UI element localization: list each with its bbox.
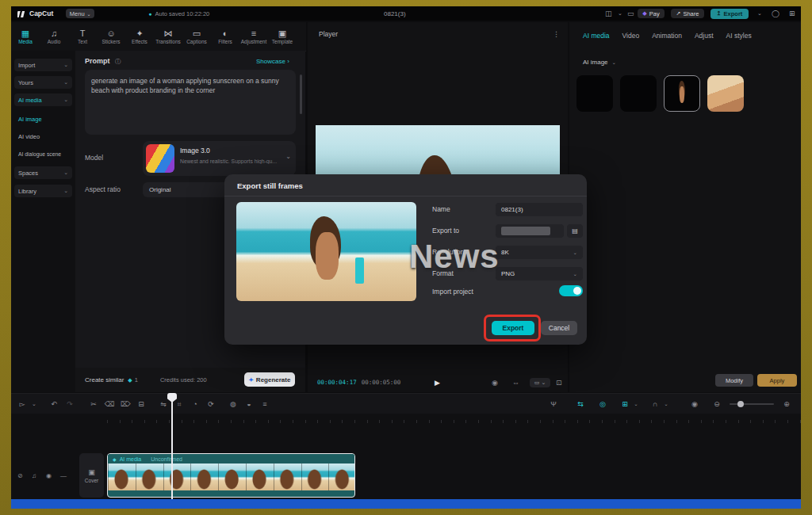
resolution-select[interactable]: 8K⌄ (496, 246, 583, 259)
play-button[interactable]: ▶ (435, 379, 440, 387)
sidebar-item-library[interactable]: Library⌄ (14, 185, 72, 197)
split-tool[interactable]: ✂ (86, 400, 102, 408)
timeline-clip-ai-media[interactable]: ◆ AI media Unconfirmed (107, 453, 355, 498)
generated-thumbnail-3-selected[interactable] (664, 75, 700, 112)
generated-thumbnail-1[interactable] (576, 75, 613, 112)
track-more-icon[interactable]: — (60, 472, 67, 479)
chevron-down-icon: ⌄ (63, 170, 68, 176)
sidebar-item-yours[interactable]: Yours⌄ (14, 76, 72, 89)
chevron-down-icon: ⌄ (63, 188, 68, 194)
pay-button[interactable]: ◆Pay (638, 9, 665, 18)
generated-thumbnail-4[interactable] (707, 75, 744, 112)
chroma-key-tool[interactable]: ◒ (241, 400, 257, 408)
delete-right-tool[interactable]: ⌦ (117, 400, 133, 408)
timeline-zoom-in[interactable]: ⊕ (779, 400, 795, 408)
device-icon[interactable]: ◫ (605, 10, 612, 17)
tab-template[interactable]: ▣Template (268, 29, 297, 44)
mirror-icon[interactable]: ⇔ (512, 379, 519, 387)
rotate-tool[interactable]: ⟳ (203, 400, 219, 408)
select-tool-chevron-icon[interactable]: ⌄ (30, 401, 38, 407)
tab-video[interactable]: Video (622, 32, 640, 40)
timeline-ruler[interactable] (11, 414, 801, 423)
link-toggle[interactable]: ◎ (595, 400, 611, 408)
layout-icon[interactable]: ▭ (627, 10, 634, 17)
sidebar-item-spaces[interactable]: Spaces⌄ (14, 166, 72, 179)
player-more-icon[interactable]: ⋮ (553, 30, 560, 38)
tab-effects[interactable]: ✦Effects (125, 29, 154, 44)
cover-button[interactable]: ▣ Cover (79, 453, 104, 498)
import-project-toggle[interactable] (559, 285, 583, 296)
mirror-tool[interactable]: ⇋ (155, 400, 171, 408)
speed-tool[interactable]: ◔ (187, 400, 203, 408)
preview-axis-toggle[interactable]: ⊞ (617, 400, 633, 408)
undo-button[interactable]: ↶ (46, 400, 62, 408)
magnet-toggle[interactable]: ∩ (647, 400, 663, 408)
tab-text[interactable]: TText (68, 29, 97, 44)
sidebar-item-ai-image[interactable]: AI image (14, 113, 72, 125)
apply-button[interactable]: Apply (757, 374, 797, 387)
modify-button[interactable]: Modify (715, 374, 753, 387)
panel-scrollbar[interactable] (300, 74, 302, 114)
tab-audio[interactable]: ♫Audio (40, 29, 68, 44)
zoom-slider-knob[interactable] (737, 401, 744, 407)
tab-media[interactable]: ▦Media (11, 29, 40, 44)
timeline-zoom-slider[interactable] (730, 403, 774, 405)
device-chevron-icon[interactable]: ⌄ (618, 10, 622, 17)
select-tool[interactable]: ▻ (14, 400, 30, 408)
mask-tool[interactable]: ◍ (225, 400, 241, 408)
avatar-icon[interactable]: ◯ (772, 10, 779, 17)
redo-button[interactable]: ↷ (62, 400, 78, 408)
playhead-line[interactable] (171, 393, 173, 499)
apps-icon[interactable]: ⊞ (789, 10, 795, 17)
dialog-cancel-button[interactable]: Cancel (541, 321, 577, 335)
adjust-tool[interactable]: ≡ (257, 400, 273, 408)
tab-stickers[interactable]: ☺Stickers (97, 29, 125, 44)
export-to-input[interactable] (496, 224, 564, 238)
model-selector[interactable]: Image 3.0 Newest and realistic. Supports… (143, 141, 296, 176)
ai-image-section-header[interactable]: AI image⌄ (583, 59, 616, 66)
name-input[interactable]: 0821(3) (496, 203, 583, 216)
delete-left-tool[interactable]: ⌫ (102, 400, 117, 408)
gold-frame: CapCut Menu⌄ ● Auto saved 10:22:20 0821(… (0, 0, 812, 515)
regenerate-button[interactable]: ✦ Regenerate (244, 372, 295, 387)
generated-thumbnail-2[interactable] (620, 75, 657, 112)
sidebar-item-ai-video[interactable]: AI video (14, 130, 72, 143)
snapshot-icon[interactable]: ◉ (492, 379, 498, 387)
tab-ai-media[interactable]: AI media (583, 32, 610, 40)
track-mute-icon[interactable]: ♫ (32, 472, 36, 479)
prompt-textarea[interactable]: generate an image of a woman applying su… (85, 70, 296, 135)
chevron-down-icon[interactable]: ⌄ (633, 401, 639, 407)
voiceover-mic-icon[interactable]: Ψ (546, 400, 561, 408)
tab-adjust[interactable]: Adjust (695, 32, 714, 40)
track-lock-icon[interactable]: ⊘ (17, 472, 23, 479)
browse-folder-button[interactable]: ▤ (567, 224, 583, 238)
tab-captions[interactable]: ▭Captions (182, 29, 211, 44)
showcase-link[interactable]: Showcase › (256, 58, 289, 65)
timeline-snapshot-icon[interactable]: ◉ (687, 400, 703, 408)
sidebar-item-ai-dialogue-scene[interactable]: AI dialogue scene (14, 147, 72, 160)
clip-status: Unconfirmed (151, 456, 182, 462)
tab-adjustment[interactable]: ≡Adjustment (239, 29, 268, 44)
auto-ripple-toggle[interactable]: ⇆ (573, 400, 588, 408)
create-similar-label[interactable]: Create similar (85, 376, 124, 383)
tab-transitions[interactable]: ⋈Transitions (154, 29, 182, 44)
tab-ai-styles[interactable]: AI styles (726, 32, 752, 40)
share-button[interactable]: ↗Share (671, 9, 704, 18)
format-select[interactable]: PNG⌄ (496, 267, 583, 280)
export-options-chevron-icon[interactable]: ⌄ (757, 10, 762, 17)
sidebar-item-ai-media[interactable]: AI media⌄ (14, 93, 72, 106)
timeline-zoom-out[interactable]: ⊖ (709, 400, 725, 408)
export-button[interactable]: ↥Export (710, 9, 749, 19)
fullscreen-icon[interactable]: ⊡ (556, 379, 562, 387)
tab-filters[interactable]: ◐Filters (211, 29, 239, 44)
tab-animation[interactable]: Animation (652, 32, 682, 40)
menu-button[interactable]: Menu⌄ (66, 9, 94, 18)
sidebar-item-import[interactable]: Import⌄ (14, 59, 72, 71)
media-toolbar: ▦Media ♫Audio TText ☺Stickers ✦Effects ⋈… (11, 22, 306, 52)
chevron-down-icon[interactable]: ⌄ (663, 401, 669, 407)
credit-diamond-icon: ◆ (128, 377, 132, 383)
track-hide-icon[interactable]: ◉ (46, 472, 52, 479)
ratio-select[interactable]: ▭⌄ (530, 378, 550, 387)
prompt-label: Prompt (85, 57, 110, 65)
delete-tool[interactable]: ⊟ (133, 400, 149, 408)
